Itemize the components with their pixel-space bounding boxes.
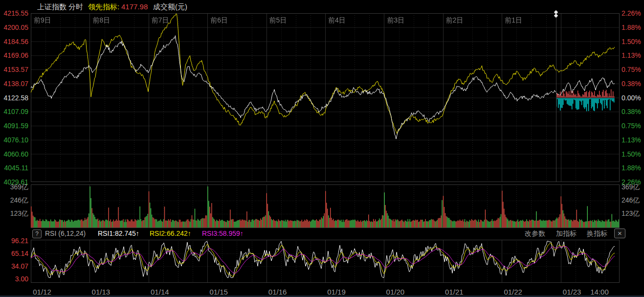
volume-tick-label: 246亿 xyxy=(622,196,640,205)
date-label: 01/23 xyxy=(563,288,581,296)
turnover-label: 成交额(元) xyxy=(153,2,187,12)
day-label: 前7日 xyxy=(152,16,169,25)
date-label: 01/12 xyxy=(33,288,51,296)
date-label: 01/19 xyxy=(327,288,346,296)
rsi-chart-canvas[interactable] xyxy=(31,240,620,283)
rsi-tick-label: 34.07 xyxy=(0,262,28,270)
day-label: 前4日 xyxy=(328,16,346,25)
rsi-params-label: RSI (6,12,24) xyxy=(45,229,86,237)
price-tick-label: 4076.10 xyxy=(0,136,28,144)
percent-tick-label: 2.26% xyxy=(622,9,641,17)
percent-tick-label: 1.88% xyxy=(622,23,641,31)
date-label: 01/22 xyxy=(504,288,522,296)
rsi2-readout: RSI2:66.242↑ xyxy=(150,229,191,237)
price-tick-label: 4138.07 xyxy=(0,80,28,88)
rsi-tick-label: 96.21 xyxy=(0,237,28,245)
change-params-button[interactable]: 改参数 xyxy=(525,229,545,238)
chart-mode-label: 分时 xyxy=(68,2,83,12)
price-tick-label: 4122.58 xyxy=(0,94,28,102)
price-tick-label: 4045.11 xyxy=(0,164,28,172)
volume-tick-label: 123亿 xyxy=(0,209,28,218)
day-label: 前3日 xyxy=(387,16,404,25)
volume-tick-label: 123亿 xyxy=(622,209,640,218)
volume-tick-label: 369亿 xyxy=(622,183,640,192)
price-tick-label: 4091.59 xyxy=(0,122,28,130)
percent-tick-label: 0.00% xyxy=(622,94,641,102)
percent-tick-label: 1.13% xyxy=(622,136,641,144)
leading-indicator-label: 领先指标: xyxy=(88,2,119,12)
price-tick-label: 4153.57 xyxy=(0,66,28,73)
add-indicator-button[interactable]: 加指标 xyxy=(556,229,577,238)
close-panel-button[interactable]: × xyxy=(614,228,625,238)
price-tick-label: 4184.56 xyxy=(0,38,28,46)
percent-tick-label: 1.13% xyxy=(622,51,641,59)
rsi3-readout: RSI3:58.959↑ xyxy=(202,229,244,237)
volume-tick-label: 246亿 xyxy=(0,196,28,205)
day-label: 前9日 xyxy=(34,16,51,25)
day-label: 前2日 xyxy=(446,16,464,25)
percent-tick-label: 1.50% xyxy=(622,150,641,158)
date-label: 01/20 xyxy=(386,288,405,296)
price-tick-label: 4169.06 xyxy=(0,51,28,59)
current-time-label: 14:00 xyxy=(590,288,609,296)
stock-minute-chart-window: 上证指数 分时 领先指标: 4177.98 成交额(元) 4215.554200… xyxy=(0,0,644,297)
date-label: 01/16 xyxy=(268,288,287,296)
date-label: 01/13 xyxy=(92,288,111,296)
day-label: 前1日 xyxy=(505,16,522,25)
percent-tick-label: 0.75% xyxy=(622,66,641,73)
date-label: 01/21 xyxy=(445,288,464,296)
price-tick-label: 4215.55 xyxy=(0,9,28,17)
percent-tick-label: 0.38% xyxy=(622,80,641,88)
date-label: 01/14 xyxy=(151,288,169,296)
rsi-tick-label: 3.00 xyxy=(0,275,28,283)
day-label: 前8日 xyxy=(92,16,110,25)
percent-tick-label: 0.75% xyxy=(622,122,641,130)
price-tick-label: 4107.09 xyxy=(0,108,28,115)
percent-tick-label: 1.88% xyxy=(622,164,641,172)
leading-indicator-value: 4177.98 xyxy=(121,2,148,11)
price-chart-canvas[interactable] xyxy=(31,13,620,182)
rsi-help-button[interactable]: ? xyxy=(32,229,42,238)
volume-tick-label: 369亿 xyxy=(0,183,28,192)
day-label: 前5日 xyxy=(269,16,287,25)
price-tick-label: 4200.05 xyxy=(0,23,28,31)
price-tick-label: 4060.60 xyxy=(0,150,28,158)
switch-indicator-button[interactable]: 换指标 xyxy=(587,229,607,238)
today-divider-line xyxy=(556,13,556,182)
rsi1-readout: RSI1:82.745↑ xyxy=(98,229,139,237)
day-label: 前6日 xyxy=(210,16,228,25)
rsi-tick-label: 65.14 xyxy=(0,250,28,257)
percent-tick-label: 1.50% xyxy=(622,38,641,46)
symbol-name: 上证指数 xyxy=(37,2,67,12)
date-label: 01/15 xyxy=(209,288,228,296)
percent-tick-label: 0.38% xyxy=(622,108,641,115)
volume-chart-canvas[interactable] xyxy=(31,184,620,228)
